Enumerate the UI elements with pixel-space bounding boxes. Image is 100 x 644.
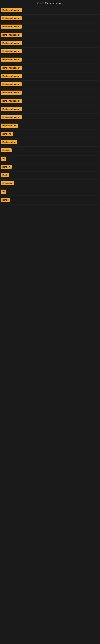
result-row-7[interactable]: Bottleneck result <box>0 56 100 64</box>
page-container: TheBottlenecker.com Bottleneck resultBot… <box>0 0 100 204</box>
bottleneck-badge-4[interactable]: Bottleneck result <box>1 33 22 37</box>
bottleneck-badge-15[interactable]: Bottleneck re <box>1 124 18 128</box>
result-row-11[interactable]: Bottleneck result <box>0 89 100 97</box>
bottleneck-badge-8[interactable]: Bottleneck result <box>1 66 22 70</box>
result-row-18[interactable]: Bottlen <box>0 147 100 155</box>
result-row-8[interactable]: Bottleneck result <box>0 64 100 72</box>
bottleneck-badge-2[interactable]: Bottleneck result <box>1 16 22 20</box>
bottleneck-badge-7[interactable]: Bottleneck result <box>1 58 22 62</box>
result-row-24[interactable]: Bottle <box>0 196 100 204</box>
bottleneck-badge-22[interactable]: Bottlenec <box>1 181 14 185</box>
result-row-15[interactable]: Bottleneck re <box>0 122 100 130</box>
result-row-22[interactable]: Bottlenec <box>0 180 100 188</box>
result-row-2[interactable]: Bottleneck result <box>0 15 100 23</box>
results-list: Bottleneck resultBottleneck resultBottle… <box>0 6 100 204</box>
bottleneck-badge-10[interactable]: Bottleneck result <box>1 82 22 86</box>
bottleneck-badge-14[interactable]: Bottleneck result <box>1 115 22 119</box>
bottleneck-badge-20[interactable]: Bottlen <box>1 165 12 169</box>
result-row-14[interactable]: Bottleneck result <box>0 114 100 122</box>
bottleneck-badge-23[interactable]: Bo <box>1 190 6 194</box>
site-title: TheBottlenecker.com <box>0 0 100 6</box>
result-row-1[interactable]: Bottleneck result <box>0 6 100 15</box>
bottleneck-badge-21[interactable]: Bottl <box>1 173 9 177</box>
bottleneck-badge-3[interactable]: Bottleneck result <box>1 24 22 28</box>
bottleneck-badge-5[interactable]: Bottleneck result <box>1 41 22 45</box>
bottleneck-badge-11[interactable]: Bottleneck result <box>1 90 22 94</box>
result-row-17[interactable]: Bottleneck r <box>0 138 100 147</box>
result-row-16[interactable]: Bottlene <box>0 130 100 138</box>
result-row-4[interactable]: Bottleneck result <box>0 31 100 40</box>
bottleneck-badge-1[interactable]: Bottleneck result <box>1 8 22 12</box>
result-row-10[interactable]: Bottleneck result <box>0 81 100 89</box>
bottleneck-badge-16[interactable]: Bottlene <box>1 132 13 136</box>
bottleneck-badge-13[interactable]: Bottleneck result <box>1 107 22 111</box>
bottleneck-badge-12[interactable]: Bottleneck result <box>1 99 22 103</box>
result-row-5[interactable]: Bottleneck result <box>0 40 100 48</box>
result-row-19[interactable]: Bo <box>0 155 100 163</box>
bottleneck-badge-17[interactable]: Bottleneck r <box>1 140 17 144</box>
bottleneck-badge-24[interactable]: Bottle <box>1 198 10 202</box>
result-row-12[interactable]: Bottleneck result <box>0 97 100 106</box>
result-row-13[interactable]: Bottleneck result <box>0 106 100 114</box>
bottleneck-badge-9[interactable]: Bottleneck result <box>1 74 22 78</box>
result-row-9[interactable]: Bottleneck result <box>0 72 100 81</box>
result-row-6[interactable]: Bottleneck result <box>0 48 100 56</box>
result-row-3[interactable]: Bottleneck result <box>0 23 100 31</box>
bottleneck-badge-6[interactable]: Bottleneck result <box>1 49 22 53</box>
bottleneck-badge-19[interactable]: Bo <box>1 156 6 160</box>
result-row-21[interactable]: Bottl <box>0 172 100 180</box>
bottleneck-badge-18[interactable]: Bottlen <box>1 148 12 152</box>
result-row-20[interactable]: Bottlen <box>0 163 100 172</box>
result-row-23[interactable]: Bo <box>0 188 100 196</box>
